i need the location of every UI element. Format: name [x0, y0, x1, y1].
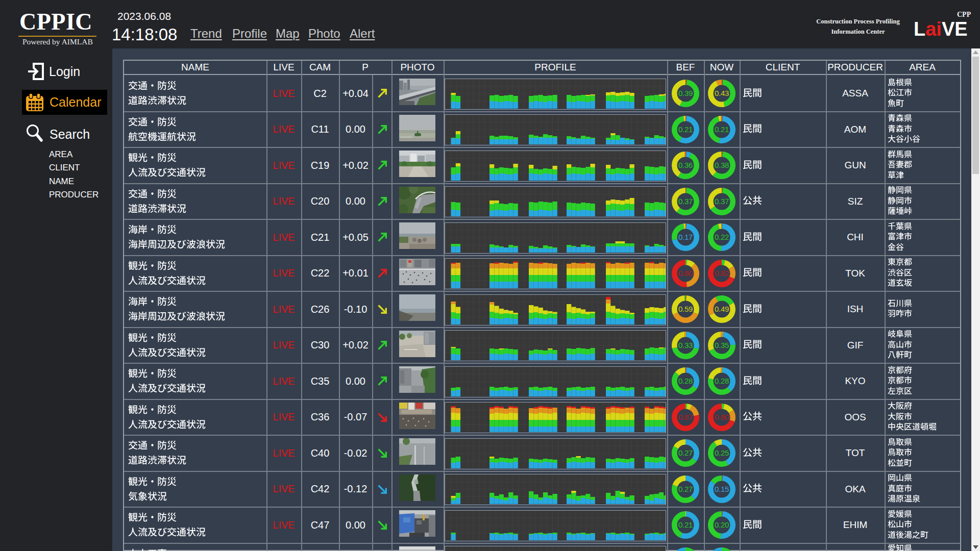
- svg-text:0.21: 0.21: [715, 125, 729, 134]
- svg-text:0.25: 0.25: [715, 448, 729, 457]
- svg-text:0.28: 0.28: [715, 377, 729, 385]
- svg-text:0.59: 0.59: [678, 305, 693, 313]
- svg-text:0.36: 0.36: [678, 161, 693, 169]
- svg-text:0.15: 0.15: [715, 485, 729, 493]
- svg-text:0.27: 0.27: [678, 485, 693, 493]
- svg-text:0.37: 0.37: [678, 197, 693, 206]
- svg-text:0.21: 0.21: [678, 125, 693, 134]
- svg-text:0.80: 0.80: [715, 413, 729, 421]
- svg-text:0.33: 0.33: [678, 341, 693, 349]
- svg-text:0.35: 0.35: [715, 341, 729, 349]
- svg-text:0.28: 0.28: [678, 377, 693, 385]
- svg-text:0.49: 0.49: [715, 305, 729, 313]
- svg-text:0.43: 0.43: [715, 89, 729, 97]
- svg-text:0.22: 0.22: [715, 233, 729, 241]
- svg-text:0.87: 0.87: [678, 413, 693, 421]
- svg-text:0.37: 0.37: [715, 197, 729, 206]
- svg-text:0.21: 0.21: [678, 520, 693, 529]
- svg-text:0.82: 0.82: [715, 269, 729, 278]
- svg-text:0.17: 0.17: [678, 233, 693, 241]
- svg-text:0.38: 0.38: [715, 161, 729, 169]
- svg-text:0.80: 0.80: [678, 269, 693, 278]
- svg-text:0.39: 0.39: [678, 89, 693, 97]
- svg-text:0.27: 0.27: [678, 448, 693, 457]
- svg-text:0.20: 0.20: [715, 520, 729, 529]
